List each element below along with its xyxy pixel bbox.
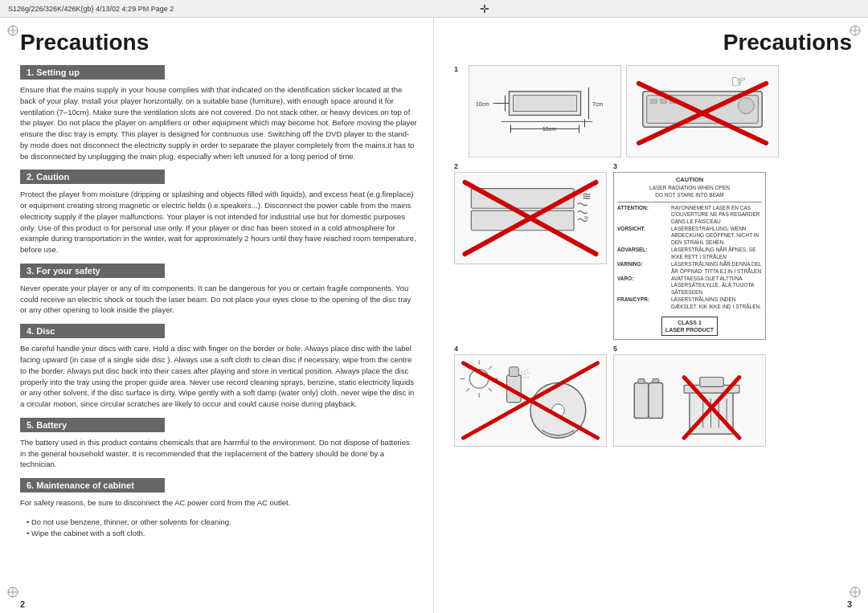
page-container: S126g/226/326K/426K(gb) 4/13/02 4:29 PM … bbox=[0, 0, 868, 613]
right-page-title: Precautions bbox=[454, 30, 852, 55]
section-caution: 2. Caution Protect the player from moist… bbox=[20, 170, 417, 255]
section-safety: 3. For your safety Never operate your pl… bbox=[20, 264, 417, 316]
image-dvd-x: ☞ bbox=[626, 65, 779, 157]
section-content-3: Never operate your player or any of its … bbox=[20, 283, 417, 316]
maintenance-bullet-list: Do not use benzene, thinner, or other so… bbox=[20, 517, 417, 539]
svg-rect-59 bbox=[638, 379, 645, 384]
left-column: Precautions 1. Setting up Ensure that th… bbox=[0, 18, 434, 613]
images-row-45: 4 bbox=[454, 345, 852, 447]
main-content: Precautions 1. Setting up Ensure that th… bbox=[0, 18, 868, 613]
row-number-2: 2 bbox=[454, 162, 462, 170]
image-moisture-warning: ≋ ≈ bbox=[454, 172, 607, 264]
section-content-2: Protect the player from moisture (drippi… bbox=[20, 189, 417, 255]
class-1-label: CLASS 1LASER PRODUCT bbox=[661, 317, 718, 336]
row-number-4: 4 bbox=[454, 345, 605, 353]
image-battery-disposal bbox=[613, 354, 766, 447]
bullet-1: Do not use benzene, thinner, or other so… bbox=[27, 517, 417, 528]
laser-row-1: ATTENTION: RAYONNEMENT LASER EN CAS D'OU… bbox=[617, 205, 762, 225]
laser-warning-box: CAUTION LASER RADIATION WHEN OPENDO NOT … bbox=[613, 172, 766, 340]
col-3: 3 CAUTION LASER RADIATION WHEN OPENDO NO… bbox=[613, 162, 766, 340]
reg-mark-br bbox=[849, 586, 862, 599]
section-header-4: 4. Disc bbox=[20, 324, 165, 338]
reg-mark-tr bbox=[849, 24, 862, 37]
section-header-1: 1. Setting up bbox=[20, 65, 165, 80]
reg-mark-bl bbox=[6, 586, 19, 599]
svg-line-48 bbox=[466, 389, 469, 392]
section-setting-up: 1. Setting up Ensure that the mains supp… bbox=[20, 65, 417, 161]
section-header-5: 5. Battery bbox=[20, 418, 165, 432]
reg-mark-tl bbox=[6, 24, 19, 37]
col-4-5-left: 4 bbox=[454, 345, 607, 447]
top-bar-text: S126g/226/326K/426K(gb) 4/13/02 4:29 PM … bbox=[8, 5, 174, 13]
laser-row-3: ADVARSEL: LASERSTRÅLING NÅR ÅPNES, SE IK… bbox=[617, 247, 762, 260]
section-content-1: Ensure that the mains supply in your hou… bbox=[20, 84, 417, 161]
laser-row-5: VARO: AVATTAESSA OLET ALTTIINA LASERSÄTE… bbox=[617, 276, 762, 296]
svg-rect-27 bbox=[651, 100, 657, 104]
svg-rect-58 bbox=[634, 383, 649, 419]
laser-row-6: FRAN/CYPR: LASERSTRÅLNING INDEN DÆKSLET.… bbox=[617, 296, 762, 310]
section-header-6: 6. Maintenance of cabinet bbox=[20, 478, 165, 492]
page-number-right: 3 bbox=[847, 599, 852, 609]
svg-line-52 bbox=[521, 373, 530, 375]
svg-line-51 bbox=[521, 370, 529, 373]
row-number-1: 1 bbox=[454, 65, 462, 73]
left-page-title: Precautions bbox=[20, 30, 417, 55]
svg-rect-64 bbox=[700, 378, 723, 387]
svg-text:☞: ☞ bbox=[731, 72, 747, 92]
row-number-5: 5 bbox=[613, 345, 764, 353]
section-maintenance: 6. Maintenance of cabinet For safety rea… bbox=[20, 478, 417, 538]
svg-rect-61 bbox=[649, 383, 663, 419]
section-disc: 4. Disc Be careful handle your discs wit… bbox=[20, 324, 417, 410]
svg-rect-13 bbox=[513, 96, 576, 112]
images-row-1: 1 7cm 10cm 10cm bbox=[454, 65, 852, 157]
section-battery: 5. Battery The battery used in this prod… bbox=[20, 418, 417, 470]
section-header-2: 2. Caution bbox=[20, 170, 165, 184]
section-content-4: Be careful handle your discs with care. … bbox=[20, 343, 417, 410]
images-row-23: 2 ≋ ≈ bbox=[454, 162, 852, 340]
svg-line-47 bbox=[489, 366, 492, 370]
svg-rect-50 bbox=[509, 367, 518, 377]
section-header-3: 3. For your safety bbox=[20, 264, 165, 278]
svg-text:7cm: 7cm bbox=[592, 101, 603, 107]
svg-rect-28 bbox=[661, 100, 667, 104]
section-content-5: The battery used in this product contain… bbox=[20, 437, 417, 470]
image-dvd-placement: 7cm 10cm 10cm bbox=[469, 65, 621, 157]
svg-point-30 bbox=[739, 98, 755, 114]
row-number-3: 3 bbox=[613, 162, 621, 170]
laser-warning-header: CAUTION LASER RADIATION WHEN OPENDO NOT … bbox=[617, 176, 762, 202]
svg-text:10cm: 10cm bbox=[476, 101, 489, 107]
crosshair-center: ✛ bbox=[480, 2, 489, 15]
svg-text:≋: ≋ bbox=[582, 190, 592, 202]
image-disc-handling bbox=[454, 354, 607, 447]
top-bar: S126g/226/326K/426K(gb) 4/13/02 4:29 PM … bbox=[0, 0, 868, 18]
section-content-6a: For safety reasons, be sure to disconnec… bbox=[20, 497, 417, 509]
laser-row-2: VORSICHT: LASERBESTRAHLUNG, WENN ABDECKU… bbox=[617, 226, 762, 246]
col-2: 2 ≋ ≈ bbox=[454, 162, 607, 264]
col-4-5-right: 5 bbox=[613, 345, 766, 447]
right-column: Precautions 1 7cm 10 bbox=[434, 18, 868, 613]
bullet-2: Wipe the cabinet with a soft cloth. bbox=[27, 528, 417, 539]
page-number-left: 2 bbox=[20, 599, 25, 609]
class-label: CLASS 1LASER PRODUCT bbox=[617, 313, 762, 336]
svg-line-46 bbox=[489, 389, 492, 392]
laser-row-4: VARNING: LASERSTRÅLNING NÅR DENNA DEL ÅR… bbox=[617, 261, 762, 275]
